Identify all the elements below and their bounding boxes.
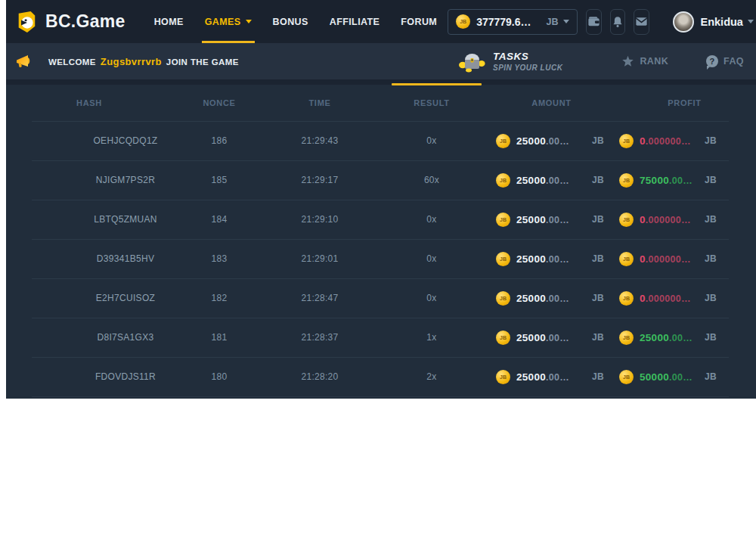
coin-icon: JB xyxy=(496,213,510,227)
banner-right: TASKS SPIN YOUR LUCK RANK ? FAQ xyxy=(458,50,744,73)
nonce-cell: 186 xyxy=(172,135,266,146)
nonce-cell: 183 xyxy=(172,253,266,264)
time-cell: 21:28:47 xyxy=(266,293,373,303)
user-menu[interactable]: Enkidua xyxy=(673,11,754,33)
table-row[interactable]: NJIGM7PS2R 185 21:29:17 60x JB 25000.00…… xyxy=(6,160,756,200)
table-row[interactable]: LBTQ5ZMUAN 184 21:29:10 0x JB 25000.00… … xyxy=(6,200,756,239)
nonce-cell: 185 xyxy=(172,175,266,185)
amount-unit: JB xyxy=(592,214,604,225)
amount-unit: JB xyxy=(592,293,604,303)
coin-icon: JB xyxy=(496,291,510,306)
profit-cell: JB 0.000000… JB xyxy=(613,291,756,306)
profit-value: 0.000000… xyxy=(640,214,691,225)
announcement-banner: WELCOMEZugsbvrrvrbJOIN THE GAME TASKS SP… xyxy=(6,43,756,79)
result-cell: 60x xyxy=(373,175,490,185)
profit-unit: JB xyxy=(705,135,717,146)
time-cell: 21:28:20 xyxy=(266,371,373,382)
coin-icon: JB xyxy=(619,134,634,148)
messages-button[interactable] xyxy=(634,9,649,35)
star-icon xyxy=(621,55,634,67)
table-row[interactable]: D8I7SA1GX3 181 21:28:37 1x JB 25000.00… … xyxy=(6,318,756,357)
col-amount: AMOUNT xyxy=(490,98,613,107)
coin-icon: JB xyxy=(496,252,510,266)
rank-link[interactable]: RANK xyxy=(621,55,668,67)
megaphone-icon xyxy=(15,53,33,70)
time-cell: 21:29:10 xyxy=(266,214,373,225)
profit-value: 0.000000… xyxy=(640,253,691,265)
balance-currency: JB xyxy=(547,17,559,27)
result-cell: 0x xyxy=(373,253,490,264)
amount-cell: JB 25000.00… JB xyxy=(490,252,613,266)
amount-cell: JB 25000.00… JB xyxy=(490,213,613,227)
profit-cell: JB 50000.00… JB xyxy=(613,370,756,384)
table-row[interactable]: E2H7CUISOZ 182 21:28:47 0x JB 25000.00… … xyxy=(6,278,756,318)
nav-home[interactable]: HOME xyxy=(144,0,194,43)
table-bottom-rule xyxy=(32,396,729,397)
nav-forum[interactable]: FORUM xyxy=(390,0,448,43)
profit-value: 0.000000… xyxy=(640,135,691,147)
mail-icon xyxy=(634,14,649,29)
coin-icon: JB xyxy=(456,14,470,29)
amount-unit: JB xyxy=(592,332,604,343)
time-cell: 21:29:43 xyxy=(266,135,373,146)
coin-icon: JB xyxy=(496,331,510,345)
amount-unit: JB xyxy=(592,135,604,146)
table-row[interactable]: FDOVDJS11R 180 21:28:20 2x JB 25000.00… … xyxy=(6,357,756,396)
brand-logo[interactable]: BC.Game xyxy=(15,10,125,34)
username: Enkidua xyxy=(701,16,743,28)
notifications-button[interactable] xyxy=(610,9,625,35)
col-nonce: NONCE xyxy=(172,98,266,107)
amount-unit: JB xyxy=(592,253,604,264)
profit-cell: JB 0.000000… JB xyxy=(613,134,756,148)
amount-cell: JB 25000.00… JB xyxy=(490,134,613,148)
amount-unit: JB xyxy=(592,371,604,382)
bell-icon xyxy=(611,15,624,29)
result-cell: 2x xyxy=(373,371,490,382)
bcgame-logo-icon xyxy=(15,10,38,34)
top-bar: BC.Game HOME GAMES BONUS AFFILIATE FORUM… xyxy=(6,0,756,43)
table-row[interactable]: OEHJCQDQ1Z 186 21:29:43 0x JB 25000.00… … xyxy=(6,121,756,160)
hash-cell: E2H7CUISOZ xyxy=(6,293,172,303)
coin-icon: JB xyxy=(619,331,634,345)
nav-games[interactable]: GAMES xyxy=(194,0,262,43)
tasks-widget[interactable]: TASKS SPIN YOUR LUCK xyxy=(458,50,562,73)
coin-icon: JB xyxy=(619,252,634,266)
profit-cell: JB 25000.00… JB xyxy=(613,331,756,345)
amount-value: 25000.00… xyxy=(516,253,569,265)
profit-unit: JB xyxy=(705,175,717,185)
coin-icon: JB xyxy=(496,134,510,148)
balance-selector[interactable]: JB 377779.6… JB xyxy=(448,9,577,35)
amount-value: 25000.00… xyxy=(516,371,569,383)
hash-cell: D39341B5HV xyxy=(6,253,172,264)
hash-cell: OEHJCQDQ1Z xyxy=(6,135,172,146)
amount-value: 25000.00… xyxy=(516,135,569,147)
result-cell: 1x xyxy=(373,332,490,343)
nav-bonus[interactable]: BONUS xyxy=(262,0,319,43)
coin-icon: JB xyxy=(496,173,510,188)
main-nav: HOME GAMES BONUS AFFILIATE FORUM xyxy=(144,0,448,43)
profit-cell: JB 0.000000… JB xyxy=(613,213,756,227)
nav-affiliate[interactable]: AFFILIATE xyxy=(319,0,391,43)
faq-link[interactable]: ? FAQ xyxy=(706,55,744,67)
amount-cell: JB 25000.00… JB xyxy=(490,173,613,188)
col-time: TIME xyxy=(266,98,373,107)
wallet-icon xyxy=(587,14,601,29)
hash-cell: FDOVDJS11R xyxy=(6,371,172,382)
avatar xyxy=(673,11,694,33)
time-cell: 21:29:17 xyxy=(266,175,373,185)
wallet-button[interactable] xyxy=(586,9,602,35)
time-cell: 21:29:01 xyxy=(266,253,373,264)
profit-unit: JB xyxy=(705,253,717,264)
coin-icon: JB xyxy=(619,213,634,227)
tasks-title: TASKS xyxy=(493,51,562,62)
chevron-down-icon xyxy=(563,20,569,23)
amount-value: 25000.00… xyxy=(516,293,569,304)
time-cell: 21:28:37 xyxy=(266,332,373,343)
profit-unit: JB xyxy=(705,214,717,225)
coin-icon: JB xyxy=(619,291,634,306)
table-row[interactable]: D39341B5HV 183 21:29:01 0x JB 25000.00… … xyxy=(6,239,756,278)
amount-cell: JB 25000.00… JB xyxy=(490,291,613,306)
profit-unit: JB xyxy=(705,371,717,382)
result-cell: 0x xyxy=(373,293,490,303)
nonce-cell: 180 xyxy=(172,371,266,382)
